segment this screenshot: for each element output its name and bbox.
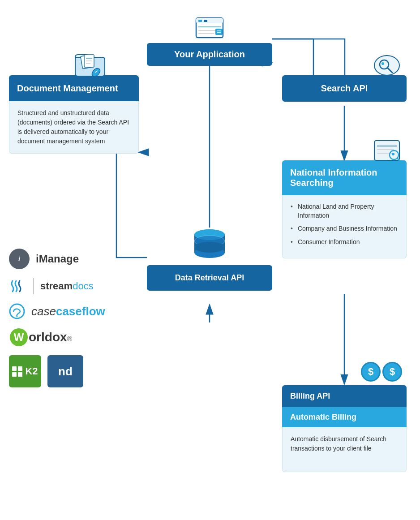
data-retrieval-icon xyxy=(192,228,227,260)
coin-1: $ xyxy=(361,362,381,382)
logo-k2-nd-row: K2 nd xyxy=(9,355,139,387)
doc-mgmt-header: Document Management xyxy=(9,75,139,101)
streamdocs-icon xyxy=(9,277,27,295)
nis-header: National Information Searching xyxy=(282,160,407,195)
app-label: Your Application xyxy=(147,43,272,66)
nd-text: nd xyxy=(58,365,73,378)
svg-point-17 xyxy=(374,56,399,75)
doc-mgmt-body: Structured and unstructured data (docume… xyxy=(9,101,139,154)
billing-section: $ $ Billing API Automatic Billing Automa… xyxy=(282,385,407,472)
nd-logo: nd xyxy=(47,355,83,387)
app-icon xyxy=(194,13,225,40)
billing-subheader: Automatic Billing xyxy=(282,407,407,427)
data-retrieval-section: Data Retrieval API xyxy=(147,228,272,291)
logo-streamdocs-row: streamdocs xyxy=(9,277,139,295)
doc-mgmt-section: Document Management Structured and unstr… xyxy=(9,75,139,154)
logo-imanage-row: i iManage xyxy=(9,249,139,269)
caseflow-icon xyxy=(9,303,25,319)
nis-bullet-3: Consumer Information xyxy=(291,238,398,247)
k2-logo: K2 xyxy=(9,355,41,387)
svg-rect-9 xyxy=(198,20,202,22)
caseflow-text: casecaseflow xyxy=(31,305,105,318)
your-application-section: Your Application xyxy=(147,13,272,66)
nis-bullet-1: National Land and Property Information xyxy=(291,202,398,220)
svg-point-27 xyxy=(392,153,394,155)
streamdocs-text: streamdocs xyxy=(40,280,94,292)
svg-rect-14 xyxy=(215,29,223,35)
partner-logos: i iManage streamdocs casecaseflow xyxy=(9,249,139,395)
coin-2: $ xyxy=(382,362,402,382)
stream-main: stream xyxy=(40,280,73,292)
svg-point-20 xyxy=(381,62,384,65)
streamdocs-divider xyxy=(33,278,34,294)
svg-text:i: i xyxy=(18,256,20,262)
nis-bullet-list: National Land and Property Information C… xyxy=(291,202,398,246)
k2-text: K2 xyxy=(12,365,38,377)
logo-caseflow-row: casecaseflow xyxy=(9,303,139,319)
search-api-label: Search API xyxy=(282,75,407,102)
nis-icon xyxy=(373,138,401,163)
svg-rect-10 xyxy=(204,20,207,22)
imanage-label: iManage xyxy=(36,253,79,265)
caseflow-label: caseflow xyxy=(56,305,105,318)
nis-section: National Information Searching National … xyxy=(282,160,407,258)
imanage-icon: i xyxy=(9,249,30,269)
svg-point-40 xyxy=(194,242,225,253)
search-api-icon xyxy=(372,52,402,78)
worldox-logo: W orldox® xyxy=(9,327,72,347)
dra-label: Data Retrieval API xyxy=(147,265,272,291)
nis-body: National Land and Property Information C… xyxy=(282,195,407,258)
worldox-text: orldox® xyxy=(29,330,72,344)
worldox-w-icon: W xyxy=(9,327,29,347)
stream-sub: docs xyxy=(73,280,93,292)
billing-api-label: Billing API xyxy=(282,385,407,407)
billing-icon: $ $ xyxy=(361,362,402,382)
search-api-section: Search API xyxy=(282,75,407,102)
billing-body: Automatic disbursement of Search transac… xyxy=(282,427,407,472)
doc-mgmt-icon xyxy=(72,48,107,79)
logo-worldox-row: W orldox® xyxy=(9,327,139,347)
nis-bullet-2: Company and Business Information xyxy=(291,224,398,233)
svg-text:W: W xyxy=(14,331,24,343)
